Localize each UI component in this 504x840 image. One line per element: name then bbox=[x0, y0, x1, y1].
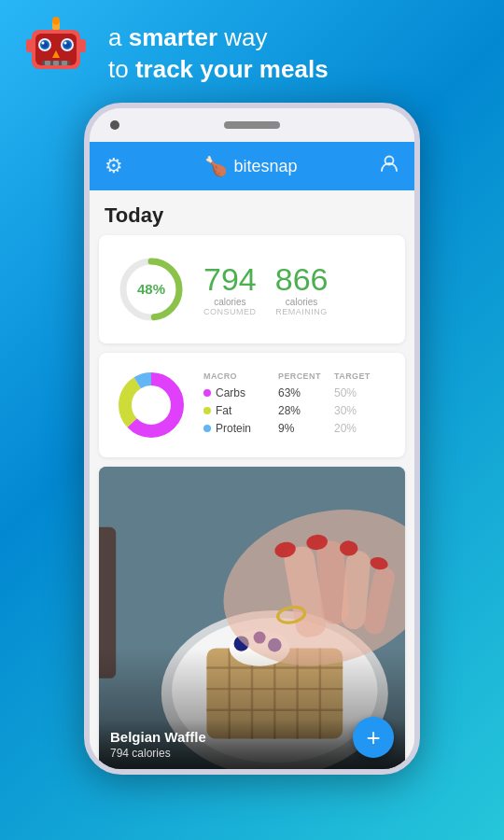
macro-table: MACRO PERCENT TARGET Carbs 63% 50% bbox=[203, 371, 390, 440]
progress-percent: 48% bbox=[137, 281, 165, 297]
fat-target: 30% bbox=[334, 404, 390, 417]
remaining-value: 866 bbox=[275, 263, 329, 295]
calorie-progress-ring: 48% bbox=[114, 252, 189, 327]
volume-up-button bbox=[84, 202, 86, 230]
volume-down-button bbox=[84, 244, 86, 286]
fat-percent: 28% bbox=[278, 404, 334, 417]
fat-dot bbox=[203, 407, 211, 414]
macros-card: MACRO PERCENT TARGET Carbs 63% 50% bbox=[99, 353, 405, 457]
remaining-label: calories bbox=[286, 297, 317, 307]
power-button bbox=[418, 220, 420, 267]
svg-rect-18 bbox=[78, 39, 86, 52]
svg-rect-16 bbox=[62, 61, 67, 65]
phone-top-bar bbox=[90, 108, 414, 142]
settings-icon[interactable]: ⚙ bbox=[105, 154, 123, 178]
percent-col-header: PERCENT bbox=[278, 371, 334, 381]
macro-header-row: MACRO PERCENT TARGET bbox=[203, 371, 390, 381]
app-name: bitesnap bbox=[233, 157, 297, 176]
protein-percent: 9% bbox=[278, 422, 334, 435]
carbs-percent: 63% bbox=[278, 386, 334, 399]
macro-donut-chart bbox=[114, 368, 189, 442]
macro-row-carbs: Carbs 63% 50% bbox=[203, 386, 390, 399]
svg-point-1 bbox=[52, 17, 60, 24]
consumed-sublabel: CONSUMED bbox=[203, 307, 257, 316]
calories-remaining-stat: 866 calories REMAINING bbox=[275, 263, 329, 316]
svg-rect-15 bbox=[53, 61, 59, 65]
svg-point-7 bbox=[42, 42, 45, 45]
svg-point-25 bbox=[134, 388, 168, 422]
carbs-target: 50% bbox=[334, 386, 390, 399]
food-card[interactable]: Belgian Waffle 794 calories + bbox=[99, 467, 405, 769]
target-col-header: TARGET bbox=[334, 371, 390, 381]
food-item-calories: 794 calories bbox=[110, 747, 394, 760]
section-today: Today bbox=[90, 190, 414, 235]
macro-row-protein: Protein 9% 20% bbox=[203, 422, 390, 435]
app-nav-header: ⚙ 🍗 bitesnap bbox=[90, 142, 414, 190]
robot-icon bbox=[19, 17, 93, 91]
app-header-area: a smarter way to track your meals bbox=[0, 0, 504, 101]
speaker-grille bbox=[224, 121, 280, 129]
protein-dot bbox=[203, 425, 211, 432]
food-image: Belgian Waffle 794 calories + bbox=[99, 467, 405, 769]
svg-rect-17 bbox=[26, 39, 34, 52]
app-content: Today 48% 794 calories CONSUMED bbox=[90, 190, 414, 769]
tagline: a smarter way to track your meals bbox=[108, 22, 329, 86]
logo-emoji: 🍗 bbox=[204, 155, 228, 177]
calorie-stats: 794 calories CONSUMED 866 calories REMAI… bbox=[203, 263, 390, 316]
macro-col-header: MACRO bbox=[203, 371, 278, 381]
svg-point-11 bbox=[64, 42, 67, 45]
add-food-button[interactable]: + bbox=[353, 717, 394, 758]
carbs-name: Carbs bbox=[216, 386, 245, 399]
app-logo: 🍗 bitesnap bbox=[204, 155, 297, 177]
silent-button bbox=[84, 295, 86, 337]
macro-row-fat: Fat 28% 30% bbox=[203, 404, 390, 417]
remaining-sublabel: REMAINING bbox=[275, 307, 328, 316]
protein-name: Protein bbox=[216, 422, 251, 435]
consumed-label: calories bbox=[214, 297, 245, 307]
camera-lens bbox=[110, 120, 119, 130]
fat-name: Fat bbox=[216, 404, 231, 417]
calories-card: 48% 794 calories CONSUMED 866 calories R… bbox=[99, 235, 405, 343]
consumed-value: 794 bbox=[203, 263, 257, 295]
svg-rect-14 bbox=[45, 61, 50, 65]
carbs-dot bbox=[203, 389, 211, 397]
protein-target: 20% bbox=[334, 422, 390, 435]
calories-consumed-stat: 794 calories CONSUMED bbox=[203, 263, 257, 316]
phone-mockup: ⚙ 🍗 bitesnap Today bbox=[0, 101, 504, 775]
user-profile-icon[interactable] bbox=[379, 153, 399, 179]
food-item-name: Belgian Waffle bbox=[110, 729, 394, 745]
